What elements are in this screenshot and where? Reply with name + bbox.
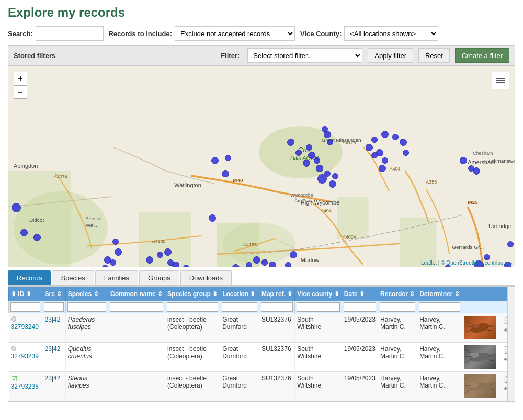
map-dot (225, 155, 231, 161)
record-id-link-1[interactable]: 32793240 (11, 323, 39, 331)
map-dot (246, 262, 252, 267)
cell-location-2: Great Durnford (220, 343, 259, 372)
record-image-3 (464, 374, 496, 398)
map-dot (314, 157, 320, 164)
svg-rect-43 (496, 82, 505, 83)
map-dot (285, 262, 291, 267)
src-link-2b[interactable]: 42 (53, 345, 60, 353)
record-id-link-2[interactable]: 32793239 (11, 353, 39, 360)
map-svg: M40 A4074 A4128 A355 M25 A4155 A4 A404 A… (8, 66, 515, 267)
search-input[interactable] (36, 26, 104, 41)
species-name-1: Paederus fuscipes (68, 316, 95, 331)
cell-date-2: 19/05/2023 (342, 343, 378, 372)
cell-img-1 (462, 313, 501, 343)
map-dot (172, 262, 179, 267)
filter-group-input[interactable] (167, 302, 218, 312)
cell-date-3: 19/05/2023 (342, 372, 378, 401)
leaflet-link[interactable]: Leaflet (421, 260, 437, 266)
filter-mapref-input[interactable] (261, 302, 293, 312)
cell-species-2: Quedius cruentus (65, 343, 108, 372)
svg-text:Uxbridge: Uxbridge (488, 223, 511, 229)
th-id: ⇕ ID ⇕ (9, 287, 42, 301)
src-link-1a[interactable]: 23 (44, 316, 51, 323)
create-filter-button[interactable]: Create a filter (455, 48, 509, 63)
map-container[interactable]: M40 A4074 A4128 A355 M25 A4155 A4 A404 A… (8, 66, 515, 267)
filter-species-input[interactable] (67, 302, 106, 312)
filter-img (462, 301, 501, 313)
table-row: ☑ 32793238 23|42 Stenus flavipes insect … (9, 372, 515, 401)
th-species-group: Species group ⇕ (165, 287, 220, 301)
svg-text:Rickmansworth: Rickmansworth (486, 158, 515, 164)
map-dot (20, 229, 28, 236)
tab-species[interactable]: Species (52, 270, 94, 285)
reset-button[interactable]: Reset (418, 48, 450, 63)
records-include-group: Records to include: Exclude not accepted… (109, 26, 295, 41)
vice-county-group: Vice County: <All locations shown> (300, 26, 438, 41)
map-layer-button[interactable] (492, 72, 509, 89)
svg-text:Benson: Benson (86, 216, 101, 221)
svg-rect-42 (496, 80, 505, 81)
svg-text:Marlow: Marlow (301, 257, 319, 263)
map-dot (460, 157, 467, 164)
filter-src (42, 301, 65, 313)
filter-location-input[interactable] (222, 302, 257, 312)
page-title: Explore my records (8, 5, 515, 20)
zoom-in-button[interactable]: + (14, 72, 27, 85)
filter-bar: Stored filters Filter: Select stored fil… (8, 45, 515, 66)
filter-common-input[interactable] (110, 302, 163, 312)
filter-date (342, 301, 378, 313)
tab-records[interactable]: Records (8, 270, 51, 285)
tab-downloads[interactable]: Downloads (180, 270, 232, 285)
tab-groups[interactable]: Groups (139, 270, 179, 285)
src-link-1b[interactable]: 42 (53, 316, 60, 323)
stored-filter-select[interactable]: Select stored filter... (247, 48, 362, 63)
records-table-container: ⇕ ID ⇕ Src ⇕ Species ⇕ Common name (8, 286, 515, 402)
zoom-out-button[interactable]: − (14, 85, 27, 99)
src-link-3a[interactable]: 23 (44, 374, 51, 382)
cell-img-2 (462, 343, 501, 372)
cell-mapref-2: SU132376 (259, 343, 294, 372)
src-link-2a[interactable]: 23 (44, 345, 51, 353)
svg-rect-41 (496, 78, 505, 79)
table-scrollbar[interactable] (507, 287, 515, 401)
src-link-3b[interactable]: 42 (53, 374, 60, 382)
map-dot (262, 259, 268, 266)
svg-text:A355: A355 (426, 179, 437, 185)
filter-county-input[interactable] (297, 302, 339, 312)
cell-county-1: South Wiltshire (295, 313, 342, 343)
filter-determiner-input[interactable] (419, 302, 460, 312)
cell-img-3 (462, 372, 501, 401)
filter-src-input[interactable] (44, 302, 63, 312)
svg-line-53 (465, 349, 470, 353)
record-image-2 (464, 345, 496, 369)
status-indicator-3: ☑ (11, 374, 18, 383)
record-id-link-3[interactable]: 32793238 (11, 383, 39, 390)
map-dot (295, 150, 302, 156)
svg-line-50 (487, 330, 494, 331)
svg-text:Air Park: Air Park (294, 198, 313, 203)
tab-families[interactable]: Families (95, 270, 138, 285)
filter-recorder-input[interactable] (380, 302, 415, 312)
filter-date-input[interactable] (344, 302, 376, 312)
filter-id-input[interactable] (10, 302, 40, 312)
th-location: Location ⇕ (220, 287, 259, 301)
vice-county-label: Vice County: (300, 30, 342, 38)
map-dot (379, 165, 386, 172)
vice-county-select[interactable]: <All locations shown> (344, 26, 438, 41)
svg-line-60 (465, 378, 469, 382)
filter-id (9, 301, 42, 313)
map-dot (209, 214, 216, 222)
map-dot (306, 144, 312, 151)
apply-filter-button[interactable]: Apply filter (368, 48, 413, 63)
th-common-name: Common name ⇕ (108, 287, 165, 301)
th-src: Src ⇕ (42, 287, 65, 301)
svg-text:A404: A404 (321, 208, 332, 213)
map-zoom-controls: + − (14, 72, 27, 99)
svg-text:Didcot: Didcot (29, 217, 44, 223)
osm-link[interactable]: © OpenStreetMap contributors (441, 260, 512, 266)
map-dot (115, 248, 122, 256)
cell-common-2 (108, 343, 165, 372)
svg-text:Chesham: Chesham (473, 151, 493, 156)
records-include-select[interactable]: Exclude not accepted records Exclude acc… (175, 26, 295, 41)
filter-row (9, 301, 515, 313)
